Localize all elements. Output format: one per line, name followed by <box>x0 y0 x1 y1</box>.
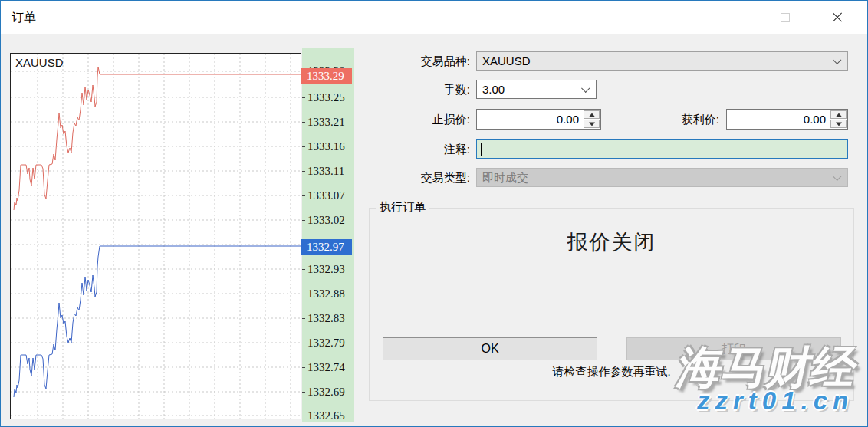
maximize-icon <box>781 13 790 22</box>
trade-type-value: 即时成交 <box>482 169 528 186</box>
take-profit-value: 0.00 <box>804 110 826 129</box>
scale-tick-mark <box>302 146 305 147</box>
scale-tick-mark <box>302 195 305 196</box>
comment-label: 注释: <box>361 142 470 157</box>
volume-dropdown[interactable]: 3.00 <box>476 80 597 99</box>
minimize-icon <box>728 18 738 18</box>
minimize-button[interactable] <box>715 1 751 34</box>
chart-gridlines <box>11 54 301 419</box>
tick-chart: XAUUSD <box>10 53 301 419</box>
symbol-label: 交易品种: <box>361 54 470 69</box>
stop-loss-spinner <box>584 110 600 128</box>
bid-price-badge: 1332.97 <box>301 239 352 255</box>
scale-tick-mark <box>302 122 305 123</box>
chart-symbol-label: XAUUSD <box>15 56 64 69</box>
retry-message: 请检查操作参数再重试. <box>370 365 853 379</box>
price-scale: 1333.301333.251333.211333.161333.111333.… <box>302 48 354 422</box>
price-scale-label: 1333.16 <box>307 140 353 153</box>
chevron-down-icon <box>833 172 841 181</box>
price-scale-label: 1332.74 <box>307 360 353 374</box>
price-scale-label: 1332.93 <box>307 262 353 276</box>
stop-loss-decrement-button[interactable] <box>584 120 600 128</box>
scale-tick-mark <box>302 220 305 221</box>
execute-order-group: 执行订单 报价关闭 OK 打印 请检查操作参数再重试. <box>369 208 854 401</box>
tick-chart-canvas <box>11 54 301 419</box>
scale-tick-mark <box>302 171 305 172</box>
window-title: 订单 <box>12 1 36 34</box>
stop-loss-input[interactable]: 0.00 <box>476 109 601 130</box>
scale-tick-mark <box>302 318 305 319</box>
price-scale-label: 1333.21 <box>307 115 353 129</box>
text-caret <box>481 143 482 156</box>
price-scale-label: 1332.88 <box>307 287 353 301</box>
stop-loss-increment-button[interactable] <box>584 110 600 119</box>
volume-label: 手数: <box>361 82 470 97</box>
take-profit-label: 获利价: <box>614 112 719 127</box>
scale-tick-mark <box>302 416 305 416</box>
take-profit-spinner <box>830 110 847 128</box>
title-bar: 订单 <box>1 1 867 34</box>
scale-tick-mark <box>302 392 305 393</box>
stop-loss-value: 0.00 <box>557 110 579 129</box>
ask-price-badge: 1333.29 <box>301 68 352 84</box>
scale-tick-mark <box>302 294 305 294</box>
triangle-up-icon <box>589 113 595 117</box>
quotes-closed-status: 报价关闭 <box>370 228 853 256</box>
order-dialog-window: 订单 XAUUSD 1333.301333.251333.211333.1613… <box>0 0 868 427</box>
print-button: 打印 <box>626 337 841 360</box>
price-scale-label: 1332.79 <box>307 336 353 350</box>
symbol-value: XAUUSD <box>482 52 531 70</box>
comment-input[interactable] <box>476 139 848 159</box>
price-scale-label: 1332.83 <box>307 311 353 325</box>
price-scale-label: 1333.07 <box>307 189 353 202</box>
triangle-down-icon <box>589 122 595 126</box>
close-button[interactable] <box>820 1 855 34</box>
price-scale-label: 1333.02 <box>307 213 353 227</box>
scale-tick-mark <box>302 97 305 98</box>
scale-tick-mark <box>302 367 305 368</box>
maximize-button <box>768 1 803 34</box>
ok-button[interactable]: OK <box>383 337 597 360</box>
take-profit-input[interactable]: 0.00 <box>726 109 848 130</box>
scale-tick-mark <box>302 343 305 343</box>
group-title: 执行订单 <box>376 200 429 215</box>
chevron-down-icon <box>833 56 841 64</box>
chevron-down-icon <box>581 84 590 93</box>
triangle-down-icon <box>836 122 842 126</box>
volume-value: 3.00 <box>482 80 505 98</box>
take-profit-decrement-button[interactable] <box>830 120 847 128</box>
price-scale-label: 1333.11 <box>307 164 353 178</box>
symbol-dropdown[interactable]: XAUUSD <box>476 51 848 71</box>
price-scale-label: 1332.65 <box>307 409 353 422</box>
scale-tick-mark <box>302 269 305 270</box>
take-profit-increment-button[interactable] <box>830 110 847 119</box>
ask-price-line <box>14 67 301 210</box>
price-scale-label: 1333.25 <box>307 90 353 104</box>
trade-type-label: 交易类型: <box>361 170 470 186</box>
trade-type-dropdown: 即时成交 <box>476 168 848 187</box>
triangle-up-icon <box>836 113 842 117</box>
price-scale-label: 1332.69 <box>307 385 353 399</box>
stop-loss-label: 止损价: <box>361 112 470 127</box>
